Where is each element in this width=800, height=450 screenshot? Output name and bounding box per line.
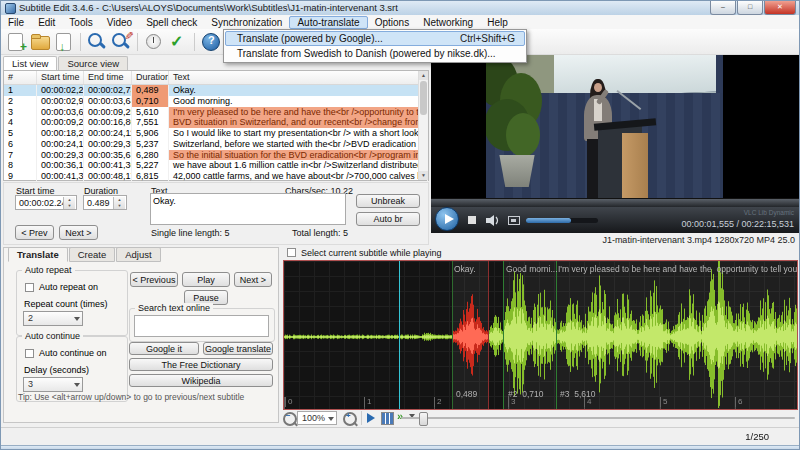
karaoke-icon[interactable] <box>381 412 394 425</box>
video-frame <box>486 55 723 198</box>
find-icon[interactable] <box>86 31 108 53</box>
new-file-icon[interactable]: + <box>5 31 27 53</box>
table-row[interactable]: 700:00:29,35500:00:35,6356,280So the ini… <box>4 150 428 161</box>
tab-create[interactable]: Create <box>69 247 116 262</box>
tab-source-view[interactable]: Source view <box>58 56 128 70</box>
menubar: FileEditToolsVideoSpell checkSynchroniza… <box>1 15 799 30</box>
waveform-play-icon[interactable] <box>367 413 375 423</box>
menu-item-tools[interactable]: Tools <box>62 16 99 29</box>
open-folder-icon[interactable] <box>29 31 51 53</box>
table-row[interactable]: 100:00:02,24700:00:02,7360,489Okay. <box>4 85 428 96</box>
menu-item-spell-check[interactable]: Spell check <box>139 16 204 29</box>
start-time-input[interactable]: 00:00:02.247 ▲▼ <box>15 195 77 210</box>
select-current-label: Select current subtitle while playing <box>301 248 442 258</box>
auto-continue-checkbox[interactable] <box>25 349 34 358</box>
volume-icon[interactable] <box>486 215 499 226</box>
menu-item-auto-translate[interactable]: Auto-translate <box>289 16 367 29</box>
cell-start: 00:00:03,647 <box>37 107 84 118</box>
delay-select[interactable]: 3 <box>23 377 83 392</box>
help-icon[interactable]: ? <box>200 31 222 53</box>
zoom-in-icon[interactable]: + <box>343 412 357 426</box>
spell-check-icon[interactable]: ✓ <box>167 31 189 53</box>
start-time-spinner[interactable]: ▲▼ <box>63 197 75 209</box>
scroll-thumb[interactable] <box>420 81 427 115</box>
table-row[interactable]: 600:00:24,11700:00:29,3545,237Switzerlan… <box>4 139 428 150</box>
menu-item-video[interactable]: Video <box>100 16 139 29</box>
next-subtitle-button[interactable]: Next > <box>59 225 98 240</box>
unbreak-button[interactable]: Unbreak <box>356 194 420 208</box>
playback-speed-icon[interactable]: » <box>397 410 402 422</box>
visual-sync-icon[interactable] <box>143 31 165 53</box>
menu-item-edit[interactable]: Edit <box>31 16 62 29</box>
play-current-button[interactable]: Play current <box>182 272 230 287</box>
table-row[interactable]: 900:00:41,36400:00:48,1796,81542,000 cat… <box>4 171 428 182</box>
table-row[interactable]: 200:00:02,93600:00:03,6460,710Good morni… <box>4 96 428 107</box>
table-row[interactable]: 400:00:09,25800:00:16,8097,551BVD situat… <box>4 117 428 128</box>
menu-option-translate-from-swedish-to-dani[interactable]: Translate from Swedish to Danish (powere… <box>225 46 525 61</box>
wikipedia-button[interactable]: Wikipedia <box>129 374 273 387</box>
tab-list-view[interactable]: List view <box>3 56 57 70</box>
cell-text: So I would like to start my presentation… <box>169 128 428 139</box>
maximize-button[interactable]: □ <box>737 1 763 15</box>
menu-item-synchronization[interactable]: Synchronization <box>204 16 289 29</box>
fullscreen-button[interactable] <box>508 216 520 225</box>
google-translate-button[interactable]: Google translate <box>203 342 273 355</box>
menu-option-label: Translate (powered by Google)... <box>237 33 383 44</box>
toolbar-separator <box>194 33 195 51</box>
cell-text: Okay. <box>169 85 428 96</box>
stop-button[interactable] <box>468 216 476 224</box>
volume-slider[interactable] <box>526 218 598 223</box>
title-bar[interactable]: Subtitle Edit 3.4.6 - C:\Users\ALOYS\Doc… <box>1 1 799 16</box>
vlc-lib-label: VLC Lib Dynamic <box>744 209 794 216</box>
google-it-button[interactable]: Google it <box>129 342 199 355</box>
play-button[interactable] <box>435 207 459 231</box>
auto-br-button[interactable]: Auto br <box>356 212 420 226</box>
cell-n: 6 <box>4 139 37 150</box>
select-current-checkbox[interactable] <box>287 248 296 257</box>
menu-item-options[interactable]: Options <box>368 16 416 29</box>
duration-input[interactable]: 0.489 ▲▼ <box>83 195 127 210</box>
video-player[interactable]: VLC Lib Dynamic 00:00:01,555 / 00:22:15,… <box>431 55 799 233</box>
free-dictionary-button[interactable]: The Free Dictionary <box>129 358 273 371</box>
menu-item-networking[interactable]: Networking <box>416 16 480 29</box>
close-button[interactable]: ✕ <box>764 1 796 15</box>
table-row[interactable]: 800:00:36,13600:00:41,3635,227we have ab… <box>4 160 428 171</box>
duration-spinner[interactable]: ▲▼ <box>113 197 125 209</box>
auto-repeat-checkbox[interactable] <box>25 283 34 292</box>
table-header: #Start timeEnd timeDurationText <box>4 71 428 85</box>
menu-option-translate-powered-by-google[interactable]: Translate (powered by Google)...Ctrl+Shi… <box>225 31 525 46</box>
cell-end: 00:00:24,116 <box>84 128 132 139</box>
waveform-zoom-select[interactable]: 100% <box>297 411 337 425</box>
waveform-scrollbar[interactable] <box>401 417 795 419</box>
repeat-count-select[interactable]: 2 <box>23 311 83 326</box>
search-text-input[interactable] <box>134 315 269 337</box>
subtitle-text-input[interactable]: Okay. <box>150 193 346 225</box>
scroll-up-icon[interactable]: ▲ <box>419 71 428 80</box>
table-row[interactable]: 300:00:03,64700:00:09,2575,610I'm very p… <box>4 107 428 118</box>
tab-translate[interactable]: Translate <box>8 247 68 262</box>
table-row[interactable]: 500:00:18,21000:00:24,1165,906So I would… <box>4 128 428 139</box>
scroll-down-icon[interactable]: ▼ <box>419 171 428 180</box>
toolbar-separator <box>137 33 138 51</box>
search-online-group: Search text online <box>129 308 275 342</box>
minimize-button[interactable]: – <box>710 1 736 15</box>
tab-adjust[interactable]: Adjust <box>116 247 160 262</box>
previous-button[interactable]: < Previous <box>130 272 178 287</box>
video-seek-bar[interactable] <box>431 198 799 207</box>
waveform-scroll-thumb[interactable] <box>419 412 428 426</box>
replace-icon[interactable]: ✎ <box>110 31 132 53</box>
prev-subtitle-button[interactable]: < Prev <box>15 225 54 240</box>
menu-item-file[interactable]: File <box>1 16 31 29</box>
save-icon[interactable]: ↓ <box>53 31 75 53</box>
zoom-out-icon[interactable]: − <box>283 412 297 426</box>
video-file-info: J1-matin-intervenant 3.mp4 1280x720 MP4 … <box>602 235 795 245</box>
next-button[interactable]: Next > <box>234 272 272 287</box>
repeat-count-value: 2 <box>28 313 33 323</box>
column-header-text: Text <box>169 71 428 84</box>
column-header-: # <box>4 71 37 84</box>
table-scrollbar[interactable]: ▲ ▼ <box>418 71 428 180</box>
select-current-subtitle[interactable]: Select current subtitle while playing <box>287 248 442 258</box>
waveform-canvas[interactable] <box>284 261 797 409</box>
single-line-length: Single line length: 5 <box>151 228 230 238</box>
menu-item-help[interactable]: Help <box>480 16 515 29</box>
